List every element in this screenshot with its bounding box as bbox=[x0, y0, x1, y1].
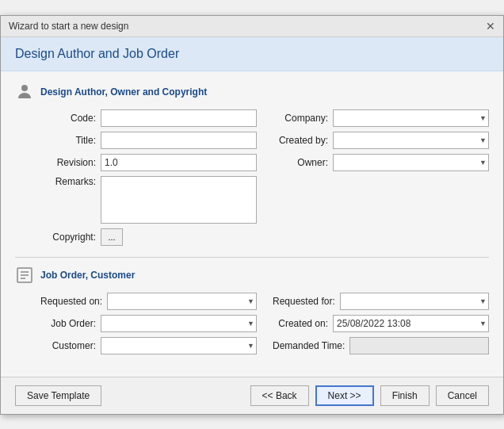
requested-for-label: Requested for: bbox=[273, 296, 335, 307]
owner-select[interactable] bbox=[333, 154, 489, 171]
svg-point-0 bbox=[21, 85, 28, 91]
footer-left: Save Template bbox=[15, 385, 101, 406]
content-area: Design Author, Owner and Copyright Code:… bbox=[1, 71, 503, 377]
remarks-label: Remarks: bbox=[40, 176, 96, 187]
requested-on-row: Requested on: ▼ bbox=[40, 293, 257, 310]
code-label: Code: bbox=[40, 113, 96, 124]
title-bar: Wizard to start a new design ✕ bbox=[1, 16, 503, 37]
owner-label: Owner: bbox=[273, 157, 328, 168]
created-by-label: Created by: bbox=[273, 135, 328, 146]
demanded-time-input[interactable] bbox=[349, 337, 489, 354]
title-input[interactable] bbox=[101, 132, 257, 149]
job-order-select[interactable] bbox=[101, 315, 257, 332]
job-order-label: Job Order: bbox=[40, 318, 96, 329]
company-label: Company: bbox=[273, 113, 328, 124]
author-form-grid: Code: Company: ▼ Title: bbox=[15, 109, 489, 246]
job-order-row: Job Order: ▼ bbox=[40, 315, 257, 332]
copyright-label: Copyright: bbox=[40, 232, 96, 243]
author-section-title: Design Author, Owner and Copyright bbox=[40, 86, 207, 98]
revision-label: Revision: bbox=[40, 157, 96, 168]
remarks-input[interactable] bbox=[101, 176, 257, 224]
customer-row: Customer: ▼ bbox=[40, 337, 257, 354]
company-select[interactable] bbox=[333, 109, 489, 127]
copyright-browse-button[interactable]: ... bbox=[101, 228, 123, 246]
save-template-button[interactable]: Save Template bbox=[15, 385, 101, 406]
company-row: Company: ▼ bbox=[273, 109, 489, 127]
next-button[interactable]: Next >> bbox=[315, 385, 374, 406]
demanded-time-row: Demanded Time: bbox=[273, 337, 489, 354]
created-on-select[interactable]: 25/08/2022 13:08 bbox=[333, 315, 489, 332]
customer-label: Customer: bbox=[40, 340, 96, 351]
demanded-time-label: Demanded Time: bbox=[273, 340, 345, 351]
finish-button[interactable]: Finish bbox=[380, 385, 430, 406]
code-input[interactable] bbox=[101, 109, 257, 127]
job-order-icon bbox=[15, 266, 34, 285]
code-row: Code: bbox=[40, 109, 257, 127]
job-order-section: Job Order, Customer Requested on: ▼ Requ… bbox=[15, 266, 489, 354]
title-row: Title: bbox=[40, 132, 257, 149]
header-section: Design Author and Job Order bbox=[1, 37, 503, 71]
footer-right: << Back Next >> Finish Cancel bbox=[250, 385, 489, 406]
dialog-title: Wizard to start a new design bbox=[9, 21, 128, 32]
remarks-row: Remarks: bbox=[40, 176, 257, 224]
footer: Save Template << Back Next >> Finish Can… bbox=[1, 377, 503, 414]
job-order-section-header: Job Order, Customer bbox=[15, 266, 489, 285]
job-order-section-title: Job Order, Customer bbox=[40, 270, 135, 281]
requested-on-select-wrapper: ▼ bbox=[107, 293, 257, 310]
requested-for-row: Requested for: ▼ bbox=[273, 293, 489, 310]
page-title: Design Author and Job Order bbox=[15, 47, 489, 61]
cancel-button[interactable]: Cancel bbox=[436, 385, 489, 406]
revision-input[interactable] bbox=[101, 154, 257, 171]
customer-select[interactable] bbox=[101, 337, 257, 354]
created-by-select[interactable] bbox=[333, 132, 489, 149]
created-on-row: Created on: 25/08/2022 13:08 ▼ bbox=[273, 315, 489, 332]
customer-select-wrapper: ▼ bbox=[101, 337, 257, 354]
author-section-header: Design Author, Owner and Copyright bbox=[15, 82, 489, 102]
created-by-row: Created by: ▼ bbox=[273, 132, 489, 149]
requested-on-select[interactable] bbox=[107, 293, 257, 310]
created-on-label: Created on: bbox=[273, 318, 328, 329]
company-select-wrapper: ▼ bbox=[333, 109, 489, 127]
revision-row: Revision: bbox=[40, 154, 257, 171]
author-icon bbox=[15, 82, 34, 102]
owner-row: Owner: ▼ bbox=[273, 154, 489, 171]
title-label: Title: bbox=[40, 135, 96, 146]
created-by-select-wrapper: ▼ bbox=[333, 132, 489, 149]
requested-for-select-wrapper: ▼ bbox=[340, 293, 489, 310]
section-divider bbox=[15, 257, 489, 258]
requested-on-label: Requested on: bbox=[40, 296, 102, 307]
requested-for-select[interactable] bbox=[340, 293, 489, 310]
back-button[interactable]: << Back bbox=[250, 385, 309, 406]
wizard-dialog: Wizard to start a new design ✕ Design Au… bbox=[0, 15, 504, 415]
close-button[interactable]: ✕ bbox=[486, 21, 495, 32]
job-order-form-grid: Requested on: ▼ Requested for: bbox=[15, 293, 489, 354]
remarks-right-spacer bbox=[273, 176, 489, 224]
copyright-row: Copyright: ... bbox=[40, 228, 257, 246]
owner-select-wrapper: ▼ bbox=[333, 154, 489, 171]
author-section: Design Author, Owner and Copyright Code:… bbox=[15, 82, 489, 246]
job-order-select-wrapper: ▼ bbox=[101, 315, 257, 332]
created-on-select-wrapper: 25/08/2022 13:08 ▼ bbox=[333, 315, 489, 332]
